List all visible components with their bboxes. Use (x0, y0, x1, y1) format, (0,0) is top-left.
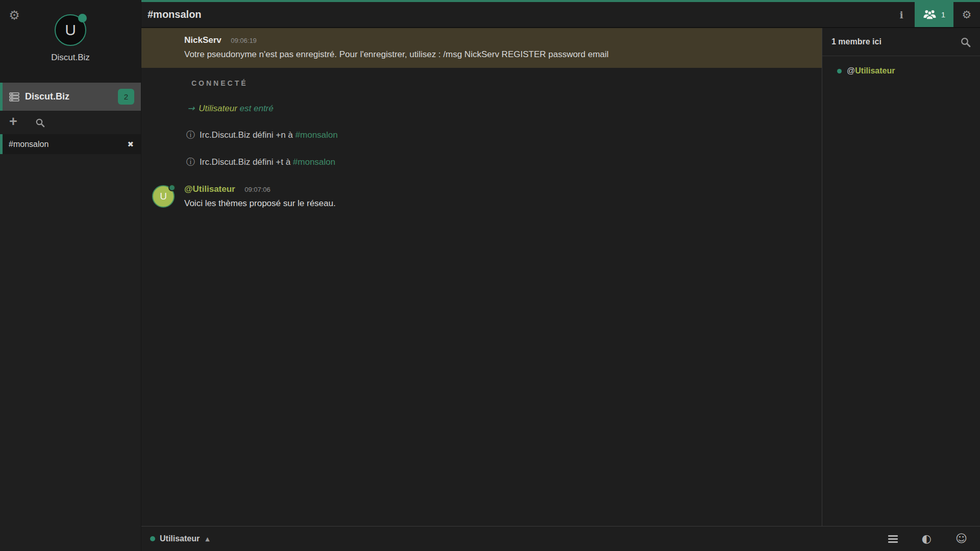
message-notice: NickServ 09:06:19 Votre pseudonyme n'est… (141, 28, 822, 68)
message-mode: ⓘIrc.Discut.Biz défini +n à #monsalon (186, 129, 822, 141)
channel-header: #monsalon i (141, 2, 980, 28)
presence-dot (837, 69, 842, 73)
message-input-bar: Utilisateur ▲ ◐ ☺ (141, 526, 980, 551)
channel-settings-button[interactable]: ⚙ (953, 2, 980, 27)
arrow-right-icon: → (187, 103, 194, 113)
member-panel-header: 1 membre ici (822, 28, 980, 56)
self-status-dot (150, 536, 155, 541)
contrast-icon: ◐ (922, 533, 932, 544)
member-nick: Utilisateur (855, 66, 895, 76)
message-privmsg: U @Utilisateur 09:07:06 Voici les thèmes… (141, 184, 822, 213)
workspace-avatar[interactable]: U (55, 14, 86, 46)
mode-text: Irc.Discut.Biz défini +n à (200, 130, 293, 140)
message-mode: ⓘIrc.Discut.Biz défini +t à #monsalon (186, 156, 822, 168)
info-circle-icon: ⓘ (186, 130, 195, 140)
join-nick: Utilisateur (199, 104, 237, 113)
info-circle-icon: ⓘ (186, 157, 195, 167)
header-actions: i 1 ⚙ (888, 2, 980, 27)
notice-text: Votre pseudonyme n'est pas enregistré. P… (184, 49, 810, 60)
avatar-letter: U (65, 21, 76, 39)
search-icon (35, 118, 45, 128)
sidebar-workspace-section: ⚙ U Discut.Biz (0, 0, 141, 83)
chat-body: NickServ 09:06:19 Votre pseudonyme n'est… (141, 28, 980, 526)
close-icon: ✖ (127, 140, 134, 149)
server-icon (9, 92, 19, 102)
connected-divider: CONNECTÉ (191, 79, 822, 87)
channel-title: #monsalon (141, 9, 202, 20)
notice-timestamp: 09:06:19 (231, 37, 257, 44)
message-join: →Utilisateur est entré (187, 103, 822, 114)
plus-icon: + (9, 115, 17, 129)
notice-header: NickServ 09:06:19 (184, 35, 810, 45)
info-icon: i (899, 9, 903, 20)
smiley-icon: ☺ (955, 533, 967, 544)
workspace-label: Discut.Biz (0, 53, 141, 63)
kiwi-irc-app: ⚙ U Discut.Biz (0, 0, 980, 551)
search-icon (960, 37, 971, 47)
formatting-menu-button[interactable] (888, 535, 898, 543)
close-channel-button[interactable]: ✖ (127, 140, 134, 149)
privmsg-timestamp: 09:07:06 (244, 186, 271, 193)
main-column: #monsalon i (141, 0, 980, 551)
member-panel: 1 membre ici @Utilisateur (822, 28, 980, 526)
avatar-letter: U (160, 191, 167, 202)
gear-icon: ⚙ (962, 9, 972, 21)
sidebar-tools: + (0, 111, 141, 134)
self-nick: Utilisateur (160, 534, 200, 543)
gear-icon: ⚙ (9, 8, 20, 22)
sidebar-item-network[interactable]: Discut.Biz 2 (0, 83, 141, 111)
channel-info-button[interactable]: i (888, 2, 915, 27)
channel-link[interactable]: #monsalon (296, 130, 338, 140)
theme-contrast-button[interactable]: ◐ (922, 533, 932, 544)
join-action-text: est entré (240, 104, 274, 113)
sidebar: ⚙ U Discut.Biz (0, 0, 141, 551)
users-icon (923, 9, 937, 20)
user-avatar[interactable]: U (152, 185, 175, 208)
input-actions: ◐ ☺ (888, 533, 971, 544)
unread-badge: 2 (118, 89, 134, 105)
member-count-label: 1 membre ici (831, 37, 881, 46)
online-status-dot (168, 184, 176, 191)
privmsg-text: Voici les thèmes proposé sur le réseau. (184, 198, 822, 209)
member-count: 1 (941, 10, 945, 19)
channel-link[interactable]: #monsalon (293, 157, 335, 167)
notice-nick: NickServ (184, 35, 222, 45)
app-settings-button[interactable]: ⚙ (6, 7, 22, 23)
mode-text: Irc.Discut.Biz défini +t à (200, 157, 290, 167)
channel-name: #monsalon (9, 140, 48, 149)
privmsg-nick[interactable]: @Utilisateur (184, 184, 235, 194)
privmsg-header: @Utilisateur 09:07:06 (184, 184, 822, 194)
caret-up-icon: ▲ (205, 536, 209, 542)
emoji-picker-button[interactable]: ☺ (955, 533, 967, 544)
search-channels-button[interactable] (33, 115, 47, 130)
sidebar-item-channel[interactable]: #monsalon ✖ (0, 134, 141, 154)
message-list: NickServ 09:06:19 Votre pseudonyme n'est… (141, 28, 822, 526)
member-list-toggle-button[interactable]: 1 (915, 2, 953, 27)
member-list-item[interactable]: @Utilisateur (837, 66, 980, 76)
search-members-button[interactable] (960, 37, 971, 47)
message-input[interactable] (220, 534, 878, 543)
online-status-dot (78, 14, 87, 22)
add-channel-button[interactable]: + (6, 115, 20, 130)
nick-menu-button[interactable]: Utilisateur ▲ (150, 534, 210, 543)
network-name: Discut.Biz (25, 91, 69, 102)
hamburger-icon (888, 535, 898, 543)
member-prefix: @ (847, 66, 855, 76)
